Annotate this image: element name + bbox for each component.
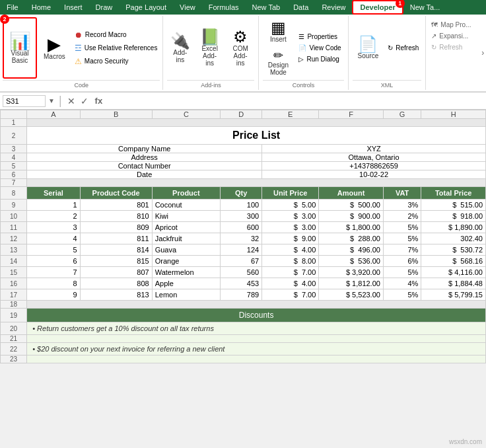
discount-text-1: • Return customers get a 10% discount on… (32, 324, 214, 332)
row-num: 16 (1, 278, 27, 289)
table-row: 146815Orange67$ 8.00$ 536.006%$ 568.16 (1, 256, 486, 267)
header-product-code: Product Code (92, 189, 140, 197)
design-mode-button[interactable]: ✏ DesignMode (263, 47, 293, 79)
view-code-button[interactable]: 📄 View Code (296, 43, 343, 53)
discount-row-2: 22 • $20 discount on your next invoice f… (1, 343, 486, 355)
com-addins-label: COMAdd-ins (230, 45, 251, 67)
row-num: 2 (1, 127, 27, 145)
macro-security-button[interactable]: ⚠ Macro Security (72, 56, 160, 67)
tab-data[interactable]: Data (287, 0, 315, 15)
col-header-f[interactable]: F (319, 110, 384, 119)
com-addins-button[interactable]: ⚙ COMAdd-ins (226, 17, 255, 79)
cancel-icon[interactable]: ✕ (66, 96, 77, 106)
table-row: 168808Apple453$ 4.00$ 1,812.004%$ 1,884.… (1, 278, 486, 289)
table-row: 1 (1, 119, 486, 127)
addins-group-label: Add-ins (167, 80, 254, 89)
col-header-e[interactable]: E (262, 110, 319, 119)
column-header-row: A B C D E F G H (1, 110, 486, 119)
row-num: 5 (1, 162, 27, 170)
visual-basic-button[interactable]: 📊 VisualBasic 2 (3, 17, 37, 79)
refresh-button[interactable]: ↻ Refresh (385, 43, 421, 53)
run-dialog-button[interactable]: ▷ Run Dialog (296, 54, 343, 64)
address-value: Ottawa, Ontario (349, 153, 399, 161)
col-header-b[interactable]: B (80, 110, 152, 119)
macros-icon: ▶ (48, 36, 61, 53)
ribbon-refresh-icon: ↻ (431, 44, 436, 51)
formula-input[interactable] (108, 96, 483, 106)
tab-draw[interactable]: Draw (89, 0, 120, 15)
insert-button[interactable]: ▦ Insert (266, 17, 291, 46)
source-button[interactable]: 📄 Source (353, 17, 384, 79)
macros-label: Macros (44, 53, 65, 60)
confirm-icon[interactable]: ✓ (79, 96, 90, 106)
table-row: 2 Price List (1, 127, 486, 145)
macros-button[interactable]: ▶ Macros (38, 17, 71, 79)
col-header-c[interactable]: C (152, 110, 220, 119)
header-total-price: Total Price (435, 189, 471, 197)
macro-security-label: Macro Security (85, 57, 129, 65)
code-group-label: Code (3, 80, 160, 89)
table-row: 179813Lemon789$ 7.00$ 5,523.005%$ 5,799.… (1, 289, 486, 301)
row-num: 1 (1, 119, 27, 127)
map-pro-button[interactable]: 🗺 Map Pro... (429, 20, 476, 30)
tab-file[interactable]: File (0, 0, 25, 15)
tab-view[interactable]: View (173, 0, 202, 15)
view-code-icon: 📄 (298, 44, 306, 52)
discount-text-2: • $20 discount on your next invoice for … (32, 345, 225, 353)
table-row: 102810Kiwi300$ 3.00$ 900.002%$ 918.00 (1, 211, 486, 222)
col-header-g[interactable]: G (383, 110, 421, 119)
col-header-h[interactable]: H (421, 110, 486, 119)
col-header-d[interactable]: D (221, 110, 262, 119)
xml-group-label: XML (353, 80, 422, 89)
row-num: 21 (1, 335, 27, 343)
table-row: 4 Address Ottawa, Ontario (1, 153, 486, 162)
row-num: 12 (1, 233, 27, 244)
header-unit-price: Unit Price (273, 189, 307, 197)
expansion-button[interactable]: ↗ Expansi... (429, 31, 476, 41)
ribbon-refresh-button[interactable]: ↻ Refresh (429, 42, 476, 52)
header-vat: VAT (396, 189, 409, 197)
row-num: 19 (1, 309, 27, 322)
properties-button[interactable]: ☰ Properties (296, 32, 343, 42)
company-label: Company Name (118, 145, 170, 153)
design-mode-icon: ✏ (273, 50, 283, 61)
excel-addins-button[interactable]: 📗 ExcelAdd-ins (195, 17, 224, 79)
tab-newtab2[interactable]: New Ta... (403, 0, 447, 15)
date-value: 10-02-22 (359, 170, 388, 178)
table-row: 124811Jackfruit32$ 9.00$ 288.005%302.40 (1, 233, 486, 244)
row-num: 20 (1, 322, 27, 335)
name-box[interactable] (3, 95, 46, 107)
col-header-a[interactable]: A (27, 110, 80, 119)
row-num: 8 (1, 187, 27, 200)
row-num: 4 (1, 153, 27, 162)
addins-button[interactable]: 🔌 Add-ins (167, 17, 193, 79)
header-amount: Amount (337, 189, 365, 197)
row-num: 7 (1, 179, 27, 187)
table-row: 135814Guava124$ 4.00$ 496.007%$ 530.72 (1, 244, 486, 256)
header-product: Product (172, 189, 200, 197)
expansion-label: Expansi... (439, 32, 468, 40)
row-num: 10 (1, 211, 27, 222)
run-dialog-label: Run Dialog (306, 56, 339, 63)
date-label: Date (137, 170, 152, 178)
tab-formulas[interactable]: Formulas (202, 0, 246, 15)
tab-pagelayout[interactable]: Page Layout (119, 0, 173, 15)
row-num: 22 (1, 343, 27, 355)
company-value: XYZ (366, 145, 380, 153)
tab-insert[interactable]: Insert (57, 0, 89, 15)
tab-newtab[interactable]: New Tab (246, 0, 287, 15)
ribbon-scroll-right[interactable]: › (479, 16, 486, 90)
use-relative-button[interactable]: ☲ Use Relative References (72, 42, 160, 54)
function-icon[interactable]: fx (92, 96, 106, 106)
tab-developer[interactable]: Developer 1 (352, 0, 403, 15)
tab-review[interactable]: Review (315, 0, 352, 15)
record-macro-button[interactable]: ⏺ Record Macro (72, 29, 160, 41)
design-mode-label: DesignMode (268, 61, 289, 76)
row-num: 17 (1, 289, 27, 301)
discounts-header-row: 19 Discounts (1, 309, 486, 322)
tab-home[interactable]: Home (25, 0, 57, 15)
source-icon: 📄 (358, 36, 378, 52)
record-macro-icon: ⏺ (75, 30, 83, 40)
table-row: 23 (1, 355, 486, 363)
name-box-dropdown[interactable]: ▼ (48, 97, 55, 104)
